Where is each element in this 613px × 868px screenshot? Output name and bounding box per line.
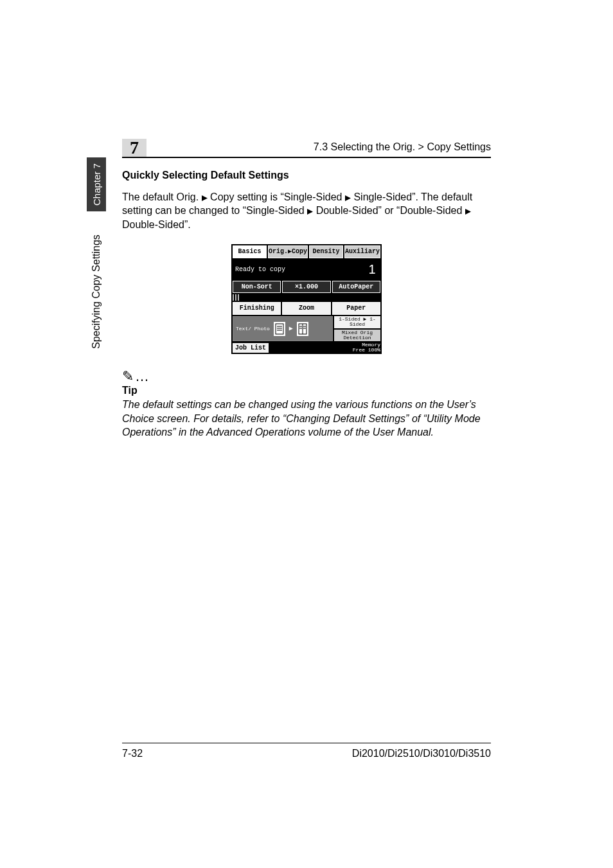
lcd-spacer <box>235 294 236 301</box>
lcd-chip-mixed-orig-detection[interactable]: Mixed Orig Detection <box>334 330 380 342</box>
lcd-btn-finishing[interactable]: Finishing <box>233 302 281 315</box>
page-single-icon <box>274 322 285 336</box>
header-rule <box>122 157 491 158</box>
lcd-btn-job-list[interactable]: Job List <box>233 343 269 353</box>
lcd-btn-ratio[interactable]: ×1.000 <box>282 281 330 294</box>
lcd-btn-non-sort[interactable]: Non-Sort <box>233 281 281 294</box>
footer-page-number: 7-32 <box>122 748 143 759</box>
section-heading: Quickly Selecting Default Settings <box>122 168 491 182</box>
tip-body: The default settings can be changed usin… <box>122 398 491 439</box>
tip-label: Tip <box>122 384 491 398</box>
right-triangle-icon <box>202 195 208 201</box>
right-triangle-icon <box>307 209 313 215</box>
lcd-original-type-box[interactable]: Text/ Photo ▶ <box>233 316 333 342</box>
footer-rule <box>122 743 491 743</box>
lcd-tab-density[interactable]: Density <box>309 245 343 258</box>
right-triangle-icon <box>465 209 471 215</box>
para-frag-4: Double-Sided” or “Double-Sided <box>316 205 463 216</box>
para-frag-2: Copy setting is “Single-Sided <box>210 191 342 202</box>
lcd-tab-auxiliary[interactable]: Auxiliary <box>344 245 380 258</box>
lcd-copy-count: 1 <box>366 261 378 278</box>
lcd-memory-status: Memory Free 100% <box>353 342 380 353</box>
lcd-status-text: Ready to copy <box>235 265 285 274</box>
sidebar-chapter-tab-label: Chapter 7 <box>91 163 102 206</box>
svg-marker-2 <box>307 209 313 215</box>
lcd-spacer <box>233 294 234 301</box>
svg-marker-3 <box>465 209 471 215</box>
sidebar-vertical-label: Specifying Copy Settings <box>91 235 102 349</box>
footer-product-line: Di2010/Di2510/Di3010/Di3510 <box>352 748 491 759</box>
svg-marker-0 <box>202 195 208 201</box>
section-paragraph: The default Orig. Copy setting is “Singl… <box>122 190 491 232</box>
lcd-btn-autopaper[interactable]: AutoPaper <box>332 281 380 294</box>
lcd-tab-orig-copy[interactable]: Orig.▶Copy <box>268 245 308 258</box>
chapter-number: 7 <box>130 137 139 158</box>
sidebar-vertical-title: Specifying Copy Settings <box>87 220 106 349</box>
svg-marker-1 <box>345 195 351 201</box>
lcd-original-type-label: Text/ Photo <box>236 326 270 332</box>
para-frag-5: Double-Sided”. <box>122 219 191 230</box>
tip-pencil-icon: ✎… <box>122 369 491 384</box>
lcd-memory-value: Free 100% <box>353 348 380 353</box>
lcd-spacer <box>238 294 239 301</box>
sidebar-chapter-tab: Chapter 7 <box>87 157 106 211</box>
svg-rect-4 <box>276 324 283 334</box>
lcd-panel: Basics Orig.▶Copy Density Auxiliary Read… <box>231 244 382 354</box>
lcd-tab-basics[interactable]: Basics <box>233 245 267 258</box>
lcd-btn-zoom[interactable]: Zoom <box>282 302 330 315</box>
lcd-btn-paper[interactable]: Paper <box>332 302 380 315</box>
right-triangle-icon: ▶ <box>289 324 293 333</box>
page-double-icon <box>297 322 308 336</box>
lcd-chip-1sided-1sided[interactable]: 1-Sided ▶ 1-Sided <box>334 316 380 328</box>
para-frag-1: The default Orig. <box>122 191 199 202</box>
chapter-number-box: 7 <box>122 139 147 157</box>
right-triangle-icon <box>345 195 351 201</box>
header-section-title: 7.3 Selecting the Orig. > Copy Settings <box>314 141 491 153</box>
